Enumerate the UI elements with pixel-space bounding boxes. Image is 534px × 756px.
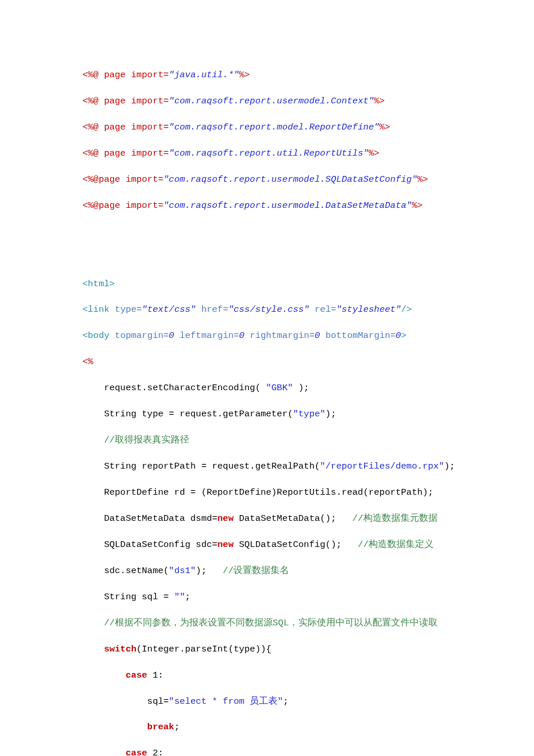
java-code: String sql = — [104, 592, 174, 602]
keyword-case: case — [125, 670, 147, 681]
import-value: "com.raqsoft.report.model.ReportDefine" — [169, 122, 380, 132]
comment: //构造数据集元数据 — [352, 513, 438, 524]
directive-tag: <%@ page import= — [82, 70, 169, 80]
import-value: "com.raqsoft.report.usermodel.Context" — [169, 96, 374, 106]
java-code: ; — [283, 696, 288, 707]
java-code: ; — [185, 592, 190, 602]
directive-tag: <%@page import= — [82, 200, 164, 211]
import-value: "java.util.*" — [169, 70, 239, 80]
attr-value: 0 — [239, 330, 244, 341]
attr-value: "text/css" — [142, 304, 196, 315]
comment: //设置数据集名 — [223, 566, 290, 576]
directive-close: %> — [369, 148, 380, 159]
string-literal: "type" — [293, 409, 326, 419]
java-code: (Integer.parseInt(type)){ — [136, 644, 272, 654]
attr-value: 0 — [315, 330, 320, 341]
java-code: ); — [196, 566, 223, 576]
string-literal: "ds1" — [169, 566, 196, 576]
case-label: 2: — [147, 748, 164, 756]
attr-value: 0 — [396, 330, 401, 341]
keyword-switch: switch — [104, 644, 136, 654]
scriptlet-open: <% — [82, 357, 93, 367]
java-code: DataSetMetaData dsmd= — [104, 513, 217, 524]
attr-name: leftmargin= — [179, 330, 239, 341]
string-literal: "GBK" — [266, 383, 293, 393]
java-code: SQLDataSetConfig sdc= — [104, 539, 217, 550]
directive-close: %> — [412, 200, 423, 211]
directive-close: %> — [417, 174, 428, 185]
comment: //根据不同参数，为报表设置不同数据源SQL，实际使用中可以从配置文件中读取 — [104, 618, 438, 628]
keyword-break: break — [147, 722, 175, 732]
java-code: request.setCharacterEncoding( — [104, 383, 266, 393]
directive-tag: <%@ page import= — [82, 148, 169, 159]
java-code: SQLDataSetConfig(); — [233, 539, 358, 550]
string-literal: "/reportFiles/demo.rpx" — [320, 461, 444, 471]
keyword-new: new — [218, 513, 234, 524]
attr-value: "stylesheet" — [336, 304, 401, 315]
directive-tag: <%@page import= — [82, 174, 164, 185]
java-code: ); — [293, 383, 309, 393]
import-value: "com.raqsoft.report.usermodel.DataSetMet… — [164, 200, 412, 211]
comment: //取得报表真实路径 — [104, 435, 189, 445]
directive-close: %> — [239, 70, 250, 80]
body-tag: <body — [82, 330, 110, 341]
java-code: String type = request.getParameter( — [104, 409, 293, 419]
attr-name: rightmargin= — [250, 330, 315, 341]
tag-close: /> — [401, 304, 412, 315]
attr-value: "css/style.css" — [228, 304, 309, 315]
directive-tag: <%@ page import= — [82, 122, 169, 132]
attr-name: type= — [115, 304, 142, 315]
source-code: <%@ page import="java.util.*"%> <%@ page… — [82, 69, 534, 756]
directive-close: %> — [374, 96, 385, 106]
case-label: 1: — [147, 670, 164, 681]
import-value: "com.raqsoft.report.usermodel.SQLDataSet… — [164, 174, 417, 185]
java-code: sdc.setName( — [104, 566, 169, 576]
code-document: <%@ page import="java.util.*"%> <%@ page… — [0, 0, 534, 756]
java-code: String reportPath = request.getRealPath( — [104, 461, 320, 471]
java-code: ); — [444, 461, 455, 471]
attr-name: topmargin= — [115, 330, 169, 341]
keyword-case: case — [125, 748, 147, 756]
tag-gt: > — [401, 330, 406, 341]
attr-value: 0 — [169, 330, 174, 341]
link-tag: <link — [82, 304, 110, 315]
string-literal: "select * from 员工表" — [169, 696, 283, 707]
java-code: DataSetMetaData(); — [233, 513, 352, 524]
java-code: sql= — [147, 696, 169, 707]
comment: //构造数据集定义 — [358, 539, 434, 550]
import-value: "com.raqsoft.report.util.ReportUtils" — [169, 148, 369, 159]
html-tag: <html> — [82, 279, 115, 289]
directive-close: %> — [380, 122, 391, 132]
directive-tag: <%@ page import= — [82, 96, 169, 106]
attr-name: rel= — [315, 304, 336, 315]
java-code: ); — [326, 409, 337, 419]
attr-name: bottomMargin= — [326, 330, 396, 341]
java-code: ReportDefine rd = (ReportDefine)ReportUt… — [104, 487, 433, 498]
string-literal: "" — [174, 592, 185, 602]
java-code: ; — [174, 722, 179, 732]
attr-name: href= — [201, 304, 229, 315]
keyword-new: new — [218, 539, 234, 550]
